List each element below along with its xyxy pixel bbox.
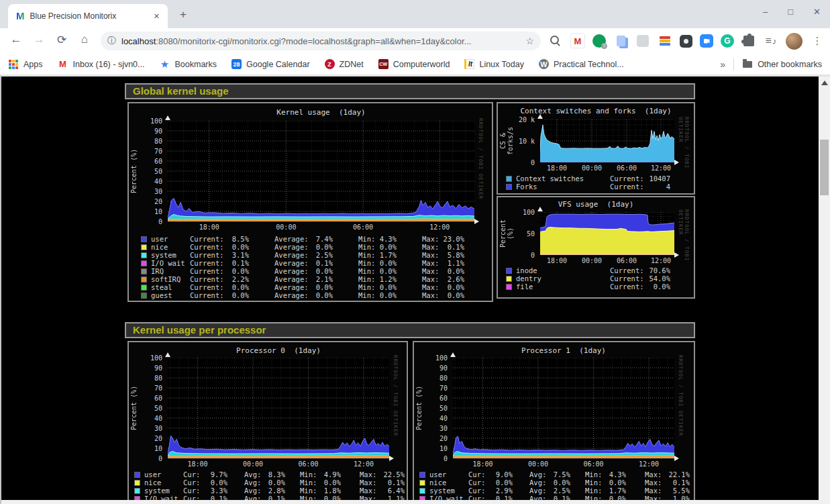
browser-toolbar: ← → ⟳ ⌂ ⓘ localhost :8080/monitorix-cgi/… [0, 28, 830, 54]
back-button[interactable]: ← [8, 33, 24, 46]
y-tick-label: 60 [129, 395, 162, 402]
vfs-usage-graph[interactable]: VFS usage (1day)Percent (%)10050018:0000… [497, 196, 695, 299]
grammarly-extension-icon[interactable]: G [721, 34, 734, 48]
browser-tab[interactable]: M Blue Precision Monitorix ✕ [8, 4, 168, 28]
rrdtool-watermark: RRDTOOL / TOBI OETIKER [678, 355, 684, 476]
search-icon[interactable] [548, 34, 563, 48]
legend-stat-label: Cur: [468, 478, 491, 487]
graph-title: VFS usage (1day) [501, 200, 691, 209]
plot-area [453, 358, 674, 458]
legend-stat-value: 6.4% [382, 487, 405, 495]
legend-swatch [141, 293, 147, 299]
maximize-button[interactable]: □ [785, 5, 796, 18]
legend-stat-value: 0.0% [378, 243, 397, 251]
legend-stat-label: Cur: [468, 470, 491, 478]
minimize-button[interactable]: – [760, 5, 770, 18]
bookmark-apps[interactable]: Apps [8, 59, 43, 70]
rrdtool-watermark: RRDTOOL / TOBI OETIKER [478, 118, 484, 239]
x-tick-label: 12:00 [631, 460, 666, 468]
plot-area [168, 358, 389, 458]
context-switches-graph[interactable]: Context switches and forks (1day)CS & fo… [497, 102, 695, 195]
reload-button[interactable]: ⟳ [54, 33, 70, 47]
voice-extension-icon[interactable]: ? [592, 34, 606, 48]
gmail-icon: M [58, 59, 68, 70]
legend-stat-value: 8.5% [226, 235, 249, 243]
browser-menu-icon[interactable]: ⋮ [810, 34, 825, 48]
zoom-extension-icon[interactable] [700, 34, 713, 48]
y-tick-label: 80 [414, 374, 448, 382]
extensions-puzzle-icon[interactable] [741, 34, 756, 48]
legend-stat-label: Max: [422, 251, 442, 259]
legend-stat-label: Avg: [529, 478, 552, 487]
bookmark-zdnet[interactable]: Z ZDNet [325, 59, 364, 69]
forward-button[interactable]: → [31, 33, 47, 46]
bookmark-bookmarks[interactable]: ★ Bookmarks [160, 59, 217, 70]
books-extension-icon[interactable] [658, 34, 672, 48]
dark-extension-icon[interactable] [680, 35, 692, 48]
y-tick-label: 60 [129, 158, 162, 165]
legend-stat-label: Average: [274, 275, 311, 283]
bookmark-linux-today[interactable]: lt Linux Today [464, 59, 524, 69]
legend-series-name: guest [151, 291, 190, 299]
other-bookmarks[interactable]: Other bookmarks [742, 59, 822, 70]
address-bar[interactable]: ⓘ localhost :8080/monitorix-cgi/monitori… [101, 32, 541, 50]
processor-1-graph[interactable]: Processor 1 (1day)Percent (%)10090807060… [413, 341, 695, 504]
legend-stat-label: Current: [610, 183, 646, 191]
y-tick-label: 80 [129, 374, 162, 382]
inactive-extension-icon[interactable] [635, 34, 650, 48]
bookmark-google-calendar[interactable]: 28 Google Calendar [231, 59, 310, 69]
y-tick-label: 90 [129, 128, 162, 135]
bookmark-inbox[interactable]: M Inbox (16) - sjvn0... [58, 59, 145, 70]
horizontal-scrollbar[interactable] [1, 500, 830, 504]
kernel-usage-graph[interactable]: Kernel usage (1day)Percent (%)1009080706… [127, 102, 493, 302]
legend-stat-value: 7.5% [552, 470, 570, 478]
bookmark-computerworld[interactable]: CW Computerworld [378, 59, 450, 69]
bookmark-practical-technology[interactable]: W Practical Technol... [539, 59, 624, 69]
vertical-scrollbar[interactable] [819, 77, 830, 500]
legend-row: niceCurrent:0.0%Average:0.0%Min:0.0%Max:… [141, 243, 464, 251]
processor-0-graph[interactable]: Processor 0 (1day)Percent (%)10090807060… [127, 341, 408, 504]
tab-strip: M Blue Precision Monitorix ✕ + – □ ✕ [0, 0, 830, 28]
legend-series-name: inode [516, 266, 596, 274]
legend-series-name: system [429, 487, 468, 495]
legend-stat-label: Average: [274, 267, 311, 275]
legend-stat-value: 4 [646, 183, 670, 191]
legend-stat-label: Max: [422, 259, 442, 267]
scroll-up-arrow-icon[interactable] [821, 81, 828, 85]
profile-avatar[interactable] [786, 33, 802, 50]
y-tick-label: 50 [414, 405, 448, 412]
legend-swatch [141, 285, 147, 291]
x-tick-label: 18:00 [466, 460, 501, 468]
y-tick-label: 90 [414, 364, 448, 372]
close-button[interactable]: ✕ [811, 5, 823, 18]
legend-swatch [419, 480, 425, 486]
tab-close-icon[interactable]: ✕ [151, 11, 162, 22]
legend-stat-label: Average: [274, 283, 311, 291]
graph-legend: userCur:9.0%Avg:7.5%Min:4.3%Max:22.1%nic… [419, 470, 690, 503]
legend-stat-label: Min: [358, 251, 378, 259]
copy-pages-extension-icon[interactable] [613, 34, 628, 48]
legend-series-name: softIRQ [151, 275, 190, 283]
playlist-extension-icon[interactable]: ♪ [764, 34, 778, 48]
y-tick-label: 10 [129, 445, 162, 452]
legend-stat-label: Min: [358, 267, 378, 275]
folder-icon [742, 59, 753, 70]
bookmarks-overflow-icon[interactable]: » [720, 59, 725, 70]
monitorix-page: Global kernel usage Kernel usage (1day)P… [0, 74, 830, 504]
bookmark-star-icon[interactable]: ☆ [525, 36, 534, 46]
scrollbar-thumb[interactable] [820, 140, 829, 195]
axis-arrow-up-icon [537, 207, 543, 211]
legend-stat-value: 5.5% [668, 487, 690, 495]
legend-row: userCurrent:8.5%Average:7.4%Min:4.3%Max:… [141, 235, 464, 243]
site-info-icon[interactable]: ⓘ [107, 35, 116, 47]
x-tick-label: 00:00 [521, 460, 556, 468]
home-button[interactable]: ⌂ [76, 33, 93, 46]
legend-stat-value: 0.0% [442, 267, 464, 275]
y-tick-label: 20 [129, 435, 162, 442]
new-tab-button[interactable]: + [176, 7, 191, 23]
gmail-extension-icon[interactable]: M [570, 34, 585, 48]
legend-stat-label: Current: [610, 274, 646, 283]
legend-stat-value: 0.0% [646, 283, 670, 291]
legend-stat-value: 9.7% [206, 470, 227, 478]
bookmarks-divider [733, 58, 734, 70]
